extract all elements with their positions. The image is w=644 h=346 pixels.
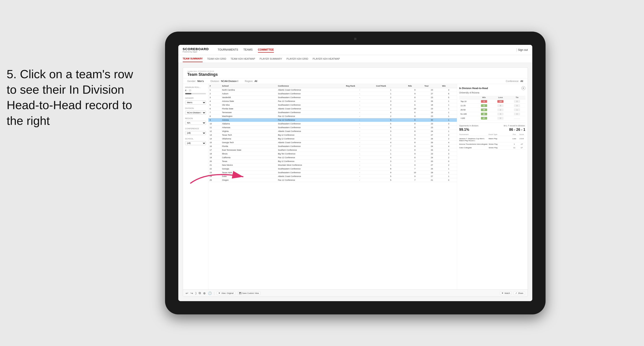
h2h-loss: 3 [492, 112, 509, 116]
gender-value: Men's [197, 80, 204, 82]
subnav-team-summary[interactable]: TEAM SUMMARY [183, 55, 203, 62]
table-row[interactable]: 9 Arizona Pac-12 Conference - 5 8 30 1 [208, 118, 457, 122]
tournament-row: Arizona Thunderbirds Intercollegiate Str… [459, 143, 526, 146]
paste-icon[interactable]: ⊕ [203, 291, 206, 295]
cell-conf-rank: 1 [375, 92, 407, 96]
cell-rds: 6 [407, 111, 423, 114]
subnav-player-h2h-heatmap[interactable]: PLAYER H2H HEATMAP [312, 56, 340, 62]
cell-rds: 10 [407, 107, 423, 111]
cell-win: 3 [441, 122, 456, 126]
table-row[interactable]: 17 East Tennessee State Southern Confere… [208, 148, 457, 152]
table-row[interactable]: 7 Tennessee Southeastern Conference - 4 … [208, 111, 457, 114]
col-conference: Conference [276, 84, 344, 88]
cell-conf-rank: 4 [375, 156, 407, 160]
table-row[interactable]: 14 Oklahoma Big 12 Conference - 2 9 26 2 [208, 137, 457, 141]
h2h-col-tie: Tie [509, 96, 526, 99]
tourn-type: Stroke Play [488, 147, 510, 149]
min-rounds-label: Minimum Rou... [185, 86, 206, 88]
table-row[interactable]: 10 Alabama Southeastern Conference - 5 8… [208, 122, 457, 126]
table-row[interactable]: 5 Ole Miss Southeastern Conference - 3 6… [208, 103, 457, 107]
cell-win: 1 [441, 99, 456, 103]
cell-conference: Atlantic Coast Conference [276, 130, 344, 133]
table-row[interactable]: 11 Arkansas Southeastern Conference - 6 … [208, 126, 457, 130]
conference-select[interactable]: (All) [185, 131, 206, 135]
tourn-pos: 11 [510, 147, 518, 149]
table-row[interactable]: 18 Illinois Big Ten Conference - 1 9 23 … [208, 152, 457, 156]
cell-num: 4 [208, 99, 221, 103]
table-row[interactable]: 3 Vanderbilt Southeastern Conference - 2… [208, 96, 457, 99]
rounds-slider[interactable] [185, 93, 206, 94]
region-select[interactable]: N/A [185, 121, 206, 125]
region-label: Region: [245, 80, 253, 82]
cell-tour: 20 [423, 160, 441, 163]
save-custom-button[interactable]: 💾 Save Custom View [238, 291, 260, 295]
division-select[interactable]: NCAA Division I [185, 111, 206, 115]
cell-conference: Pac-12 Conference [276, 118, 344, 122]
cell-conference: Southeastern Conference [276, 103, 344, 107]
watch-button[interactable]: 👁 Watch [500, 291, 512, 295]
table-row[interactable]: 19 California Pac-12 Conference - 4 8 24… [208, 156, 457, 160]
table-row[interactable]: 20 Texas Big 12 Conference - 3 7 20 0 [208, 160, 457, 163]
cell-school: Arizona [220, 118, 276, 122]
cell-num: 11 [208, 126, 221, 130]
school-select[interactable]: (All) [185, 141, 206, 145]
cell-reg-rank: - [345, 114, 375, 118]
cell-conference: Pac-12 Conference [276, 114, 344, 118]
sign-out-link[interactable]: Sign out [518, 48, 528, 51]
cell-win: 1 [441, 114, 456, 118]
table-row[interactable]: 4 Arizona State Pac-12 Conference - 3 4 … [208, 99, 457, 103]
cell-conf-rank: 3 [375, 103, 407, 107]
subnav-player-summary[interactable]: PLAYER SUMMARY [260, 56, 282, 62]
cell-num: 14 [208, 137, 221, 141]
subnav-team-h2h-heatmap[interactable]: TEAM H2H HEATMAP [230, 56, 255, 62]
table-row[interactable]: 16 Florida Southeastern Conference - 7 9… [208, 145, 457, 148]
cell-reg-rank: - [345, 174, 375, 178]
nav-teams[interactable]: TEAMS [243, 47, 252, 53]
cell-win: 1 [441, 118, 456, 122]
cell-num: 1 [208, 88, 221, 92]
cell-reg-rank: - [345, 88, 375, 92]
subnav-player-h2h-grid[interactable]: PLAYER H2H GRID [286, 56, 308, 62]
clock-icon[interactable]: 🕐 [208, 291, 212, 295]
table-row[interactable]: 6 Florida State Atlantic Coast Conferenc… [208, 107, 457, 111]
h2h-close-button[interactable]: ✕ [522, 86, 526, 90]
redo-icon[interactable]: ↪ [190, 291, 193, 295]
cell-tour: 23 [423, 107, 441, 111]
tourn-col-name: Tournament [459, 134, 489, 136]
cell-win: 2 [441, 156, 456, 160]
conference-value: All [520, 80, 523, 82]
view-original-button[interactable]: 👁 View: Original [217, 291, 235, 295]
cell-conf-rank: 6 [375, 126, 407, 130]
gender-select[interactable]: Men's [185, 101, 206, 105]
share-button[interactable]: ↗ Share [514, 291, 525, 295]
cell-conf-rank: 4 [375, 141, 407, 145]
table-row[interactable]: 13 Texas Tech Big 12 Conference - 1 9 27… [208, 133, 457, 137]
table-row[interactable]: 2 Auburn Southeastern Conference - 1 9 2… [208, 92, 457, 96]
cell-school: Washington [220, 114, 276, 118]
subnav-team-h2h-grid[interactable]: TEAM H2H GRID [207, 56, 226, 62]
cell-reg-rank: - [345, 103, 375, 107]
cell-win: 1 [441, 130, 456, 133]
cell-conf-rank: 3 [375, 99, 407, 103]
nav-committee[interactable]: COMMITTEE [258, 47, 274, 53]
gender-filter-label: Gender [185, 97, 206, 99]
cell-tour: 24 [423, 130, 441, 133]
cell-conference: Atlantic Coast Conference [276, 88, 344, 92]
copy-icon[interactable]: ⧉ [199, 291, 201, 295]
forward-icon[interactable]: ⟩ [195, 291, 196, 295]
nav-tournaments[interactable]: TOURNAMENTS [218, 47, 238, 53]
cell-reg-rank: - [345, 122, 375, 126]
cell-school: Georgia Tech [220, 141, 276, 145]
cell-reg-rank: - [345, 152, 375, 156]
table-row[interactable]: 12 Virginia Atlantic Coast Conference - … [208, 130, 457, 133]
table-row[interactable]: 15 Georgia Tech Atlantic Coast Conferenc… [208, 141, 457, 145]
tourn-type: Match Play [488, 138, 510, 142]
toolbar: ↩ ↪ ⟩ ⧉ ⊕ 🕐 | 👁 View: Original 💾 [183, 289, 528, 297]
cell-tour: 25 [423, 167, 441, 171]
view-icon: 👁 [218, 292, 220, 294]
table-row[interactable]: 1 North Carolina Atlantic Coast Conferen… [208, 88, 457, 92]
table-row[interactable]: 8 Washington Pac-12 Conference - 2 8 23 … [208, 114, 457, 118]
cell-num: 19 [208, 156, 221, 160]
cell-rds: 7 [407, 167, 423, 171]
undo-icon[interactable]: ↩ [186, 291, 188, 295]
